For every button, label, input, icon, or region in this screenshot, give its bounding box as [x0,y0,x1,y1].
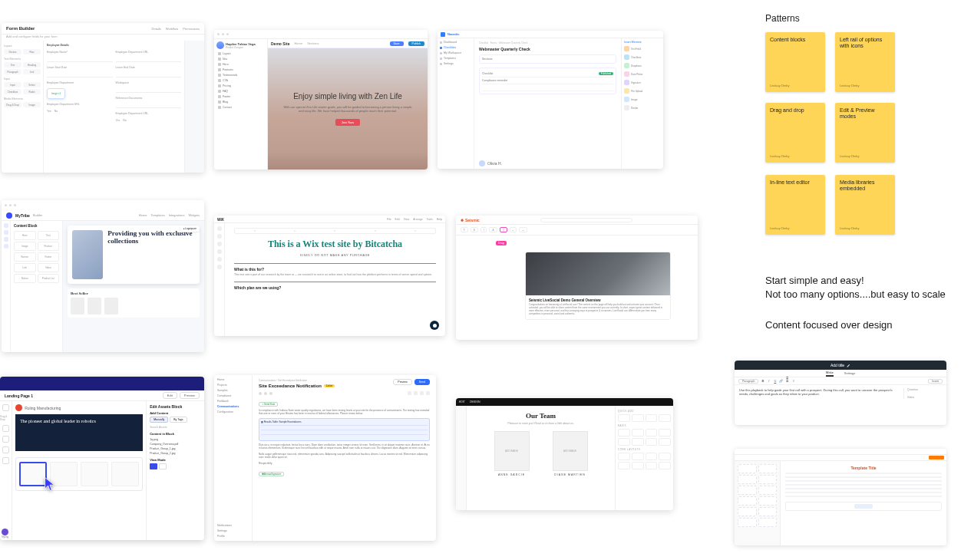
insert-select[interactable]: Insert [928,379,943,384]
annotation-text: Content focused over design [765,318,893,332]
screenshot-webmaster: Navattic Dashboard Checklists My Workspa… [438,31,663,169]
tab-settings[interactable]: Settings [844,371,855,375]
align-icon[interactable]: ≡ [791,379,795,383]
send-button[interactable]: Send [414,379,430,385]
editor-body[interactable]: Use this playbook to help guide your fir… [739,388,899,399]
tab-write[interactable]: Write [826,371,834,377]
drag-tag[interactable]: Drag [496,241,507,245]
edit-button[interactable]: Edit [163,392,177,399]
avatar [216,41,224,49]
screenshot-mytribe: MyTribe Builder HomeTemplates Integratio… [2,200,204,352]
cta-button[interactable]: Join Now [335,119,360,126]
sticky-note[interactable]: Edit & Preview modesLindsay Derby [835,103,895,163]
screenshot-template-page: Template Title [735,449,946,545]
form-builder-tabs: Details Workflow Permissions [152,27,200,31]
form-builder-sidebar: Layout SectionRow Text Elements TextHead… [2,41,44,173]
underline-icon[interactable]: U [773,379,777,383]
form-builder-title: Form Builder [6,26,35,31]
sticky-note[interactable]: In-line text editorLindsay Derby [765,175,825,235]
hero-headline: Enjoy simple living with Zen Life [293,92,402,100]
patterns-heading: Patterns [765,13,800,24]
save-button[interactable]: Save [390,41,404,46]
sticky-note[interactable]: Left rail of options with iconsLindsay D… [835,32,895,92]
screenshot-exceedance: Preview Send Home Projects Samples Compl… [214,375,436,541]
sticky-note[interactable]: Content blocksLindsay Derby [765,32,825,92]
preview-button[interactable]: Preview [180,392,200,399]
screenshot-wix: WiX FileEdit ViewArrange ToolsHelp ▯▯▯▯▯… [214,216,445,336]
preview-button[interactable]: Preview [393,379,411,385]
link-icon[interactable]: 🔗 [779,379,783,383]
primary-action-button[interactable] [929,456,944,460]
screenshot-seismic: ✹ Seismic ¶BI A⠿≡ ⋯ Drag Seismic LiveSoc… [456,216,698,340]
edit-icon[interactable] [847,364,850,367]
annotation-text: Start simple and easy! Not too many opti… [765,274,946,301]
search-input[interactable] [540,218,632,222]
screenshot-landing-page: Landing Page 1 Edit Preview Drag & Drop … [0,377,204,540]
sticky-note[interactable]: Media libraries embeddedLindsay Derby [835,175,895,235]
italic-icon[interactable]: I [767,379,771,383]
screenshot-demo-site: Hayden Tobias Vega Product Designer Layo… [214,30,428,170]
bold-icon[interactable]: B [761,379,765,383]
publish-button[interactable]: Publish [408,41,424,46]
screenshot-form-builder: Form Builder Details Workflow Permission… [2,23,204,173]
screenshot-playbook: Add title Write Settings Paragraph B I U… [735,361,946,425]
screenshot-team: EDITDESIGN Our Team Pleasure to meet you… [456,398,673,510]
format-select[interactable]: Paragraph [738,379,758,384]
cursor-icon [44,476,56,492]
image-chip[interactable]: Image x1 [47,88,65,99]
chat-fab-icon[interactable] [430,321,439,330]
list-icon[interactable]: ≣ [785,379,789,383]
sticky-note[interactable]: Drag and dropLindsay Derby [765,103,825,163]
